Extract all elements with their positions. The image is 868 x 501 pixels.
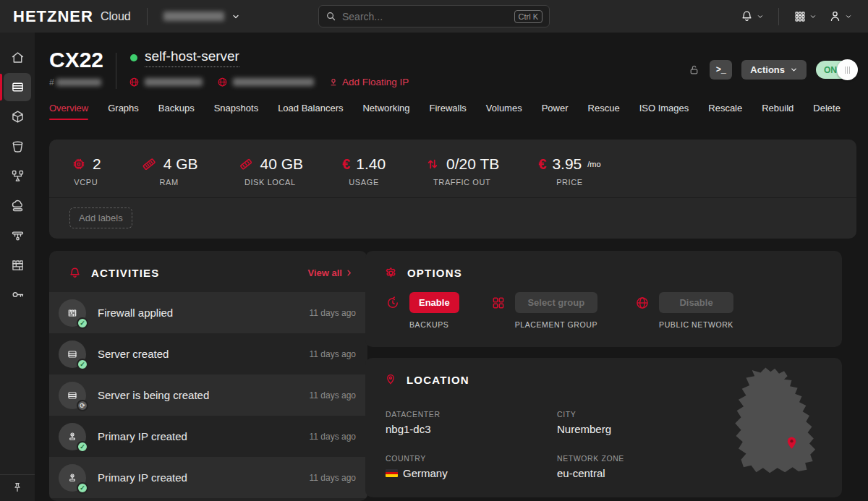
user-icon bbox=[828, 9, 842, 23]
lock-icon bbox=[688, 63, 700, 77]
stat-usage: € 1.40 USAGE bbox=[342, 155, 386, 187]
apps-menu[interactable] bbox=[791, 7, 820, 26]
grid-icon bbox=[793, 10, 807, 23]
tab-networking[interactable]: Networking bbox=[362, 103, 409, 120]
euro-icon: € bbox=[538, 156, 546, 173]
germany-map bbox=[722, 365, 836, 492]
tab-snapshots[interactable]: Snapshots bbox=[214, 103, 258, 120]
activity-title: Primary IP created bbox=[98, 430, 187, 442]
activity-row: ✓ Server created 11 days ago bbox=[49, 333, 367, 374]
bell-icon bbox=[740, 9, 754, 23]
pending-badge: ⟳ bbox=[77, 400, 88, 411]
search-shortcut-badge: Ctrl K bbox=[514, 10, 543, 23]
sidebar-item-security[interactable] bbox=[0, 280, 35, 309]
home-icon bbox=[10, 50, 25, 65]
activity-avatar: ✓ bbox=[59, 341, 86, 368]
tab-rebuild[interactable]: Rebuild bbox=[762, 103, 793, 120]
server-tabs: Overview Graphs Backups Snapshots Load B… bbox=[49, 103, 841, 120]
activity-avatar: ✓ bbox=[59, 464, 86, 492]
pin-icon bbox=[11, 481, 24, 494]
add-floating-ip-button[interactable]: Add Floating IP bbox=[328, 77, 409, 87]
server-stats-card: 2 VCPU 4 GB RAM 40 GB DISK LOCAL bbox=[49, 140, 856, 239]
main-content: CX22 # self-host-server Add Floating IP … bbox=[35, 33, 868, 501]
power-toggle[interactable]: ON bbox=[816, 61, 856, 79]
sidebar-item-servers[interactable] bbox=[0, 72, 35, 102]
activity-avatar: ⟳ bbox=[59, 382, 86, 409]
firewall-icon bbox=[10, 257, 25, 273]
activity-title: Server created bbox=[98, 348, 169, 360]
hetzner-logo[interactable]: HETZNER bbox=[13, 7, 93, 26]
tab-overview[interactable]: Overview bbox=[49, 103, 88, 120]
tab-iso-images[interactable]: ISO Images bbox=[639, 103, 689, 120]
floating-ip-icon bbox=[328, 77, 339, 87]
servers-icon bbox=[10, 80, 25, 95]
tab-power[interactable]: Power bbox=[542, 103, 569, 120]
chevron-down-icon bbox=[845, 13, 852, 20]
stat-label: USAGE bbox=[349, 178, 379, 187]
map-marker-icon bbox=[786, 436, 798, 450]
server-name[interactable]: self-host-server bbox=[145, 48, 239, 67]
actions-button[interactable]: Actions bbox=[741, 60, 807, 80]
tab-volumes[interactable]: Volumes bbox=[486, 103, 522, 120]
notifications-menu[interactable] bbox=[737, 7, 767, 26]
ram-icon bbox=[140, 155, 158, 173]
stat-disk: 40 GB DISK LOCAL bbox=[237, 155, 304, 187]
option-label: PLACEMENT GROUP bbox=[515, 320, 597, 329]
topbar: HETZNER Cloud Ctrl K bbox=[0, 0, 868, 33]
chevron-right-icon bbox=[345, 269, 353, 277]
sidebar-item-home[interactable] bbox=[0, 43, 35, 72]
activity-row: ⟳ Server is being created 11 days ago bbox=[49, 374, 367, 416]
activity-time: 11 days ago bbox=[310, 390, 357, 401]
topbar-divider bbox=[778, 8, 779, 25]
tab-graphs[interactable]: Graphs bbox=[108, 103, 139, 120]
sidebar-item-firewalls[interactable] bbox=[0, 250, 35, 280]
field-label: NETWORK ZONE bbox=[557, 454, 728, 463]
globe-icon bbox=[129, 77, 140, 87]
success-badge: ✓ bbox=[77, 317, 88, 329]
sidebar-item-floating-ips[interactable] bbox=[0, 191, 35, 220]
cpu-icon bbox=[71, 156, 87, 172]
traffic-icon bbox=[425, 156, 441, 172]
success-badge: ✓ bbox=[77, 482, 88, 494]
primary-ip-icon bbox=[67, 431, 78, 442]
sidebar-item-images[interactable] bbox=[0, 102, 35, 132]
placement-grid-icon bbox=[491, 296, 506, 310]
activity-row: ✓ Primary IP created 11 days ago bbox=[49, 416, 367, 457]
globe-icon bbox=[217, 77, 228, 87]
server-icon bbox=[67, 348, 78, 360]
redacted-server-id bbox=[56, 79, 101, 86]
search-input[interactable] bbox=[342, 11, 514, 22]
search-bar[interactable]: Ctrl K bbox=[318, 5, 550, 27]
search-icon bbox=[326, 11, 336, 22]
account-menu[interactable] bbox=[825, 7, 855, 26]
activity-avatar: ✓ bbox=[59, 299, 86, 327]
sidebar-pin-toggle[interactable] bbox=[0, 474, 35, 501]
console-button[interactable]: >_ bbox=[710, 60, 732, 80]
backup-history-icon bbox=[386, 296, 400, 310]
tab-rescue[interactable]: Rescue bbox=[588, 103, 620, 120]
location-pin-icon bbox=[384, 373, 397, 386]
topbar-divider bbox=[147, 8, 148, 25]
location-panel: LOCATION DATACENTER nbg1-dc3 CITY Nuremb… bbox=[365, 358, 842, 497]
stat-vcpu: 2 VCPU bbox=[71, 155, 101, 187]
activity-time: 11 days ago bbox=[310, 349, 357, 359]
tab-delete[interactable]: Delete bbox=[813, 103, 841, 120]
tab-load-balancers[interactable]: Load Balancers bbox=[278, 103, 343, 120]
tab-firewalls[interactable]: Firewalls bbox=[430, 103, 467, 120]
sidebar-item-networks[interactable] bbox=[0, 220, 35, 250]
project-switcher[interactable] bbox=[163, 12, 240, 21]
view-all-link[interactable]: View all bbox=[308, 267, 353, 278]
sidebar-item-load-balancers[interactable] bbox=[0, 161, 35, 191]
stat-price: € 3.95/mo PRICE bbox=[538, 155, 600, 187]
enable-backups-button[interactable]: Enable bbox=[409, 292, 459, 313]
option-label: BACKUPS bbox=[409, 320, 459, 329]
cloud-icon bbox=[10, 198, 25, 213]
sidebar-item-object-storage[interactable] bbox=[0, 132, 35, 161]
tab-backups[interactable]: Backups bbox=[158, 103, 195, 120]
stat-traffic: 0/20 TB TRAFFIC OUT bbox=[425, 155, 499, 187]
disable-public-network-button: Disable bbox=[659, 292, 733, 313]
chevron-down-icon bbox=[790, 66, 798, 74]
add-labels-button[interactable]: Add labels bbox=[69, 207, 132, 228]
server-id: # bbox=[49, 77, 101, 87]
tab-rescale[interactable]: Rescale bbox=[708, 103, 742, 120]
